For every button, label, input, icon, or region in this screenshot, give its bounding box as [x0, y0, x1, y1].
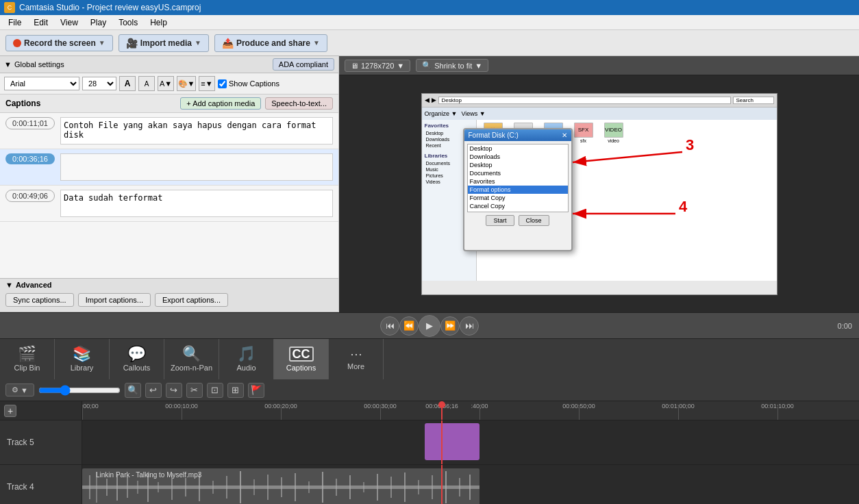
- svg-rect-25: [349, 475, 351, 499]
- timeline-settings-button[interactable]: ⚙ ▼: [5, 383, 34, 396]
- more-icon: ⋯: [350, 348, 362, 360]
- menu-tools[interactable]: Tools: [113, 16, 143, 29]
- track-header: +: [0, 401, 82, 420]
- menu-help[interactable]: Help: [145, 16, 173, 29]
- timecode-ruler: 00:00:00;00 00:00:10;00 00:00:20;00 00:0…: [82, 401, 859, 420]
- svg-rect-32: [445, 471, 447, 503]
- tab-captions[interactable]: CC Captions: [274, 339, 329, 379]
- add-marker-button[interactable]: 🚩: [248, 383, 264, 398]
- record-dropdown-arrow[interactable]: ▼: [99, 39, 105, 47]
- audio-track-label: Linkin Park - Talking to Myself.mp3: [96, 471, 201, 479]
- bold-button[interactable]: A: [119, 76, 136, 91]
- redo-button[interactable]: ↪: [166, 383, 182, 398]
- show-captions-checkbox-area[interactable]: Show Captions: [218, 79, 279, 88]
- ada-compliant-button[interactable]: ADA compliant: [273, 58, 334, 71]
- align-button[interactable]: ≡▼: [199, 76, 215, 91]
- track5-row[interactable]: [82, 420, 859, 465]
- dialog-close-icon[interactable]: ✕: [562, 131, 567, 139]
- tab-callouts[interactable]: 💬 Callouts: [110, 339, 164, 379]
- caption-text-1[interactable]: Contoh File yang akan saya hapus dengan …: [60, 117, 333, 144]
- menu-edit[interactable]: Edit: [28, 16, 53, 29]
- text-color-button[interactable]: A▼: [158, 76, 174, 91]
- svg-rect-17: [240, 471, 241, 503]
- snap-button[interactable]: ⊞: [227, 383, 244, 398]
- speech-to-text-button[interactable]: Speech-to-text...: [265, 97, 333, 110]
- add-caption-button[interactable]: + Add caption media: [180, 97, 261, 110]
- font-size-select[interactable]: 28: [82, 77, 116, 90]
- highlight-color-button[interactable]: 🎨▼: [177, 76, 196, 91]
- export-captions-button[interactable]: Export captions...: [155, 293, 228, 307]
- menu-bar: File Edit View Play Tools Help: [0, 15, 859, 30]
- menu-play[interactable]: Play: [85, 16, 112, 29]
- skip-forward-button[interactable]: ⏭: [460, 316, 479, 336]
- dialog-item-2[interactable]: Downloads: [468, 153, 568, 161]
- tab-library[interactable]: 📚 Library: [55, 339, 110, 379]
- track4-row[interactable]: Linkin Park - Talking to Myself.mp3: [82, 465, 859, 504]
- svg-rect-29: [404, 473, 406, 502]
- play-button[interactable]: ▶: [419, 315, 440, 337]
- zoom-label: Zoom-n-Pan: [171, 364, 212, 372]
- import-dropdown-arrow[interactable]: ▼: [195, 39, 201, 47]
- tab-zoom-n-pan[interactable]: 🔍 Zoom-n-Pan: [164, 339, 219, 379]
- purple-clip[interactable]: [425, 423, 480, 460]
- dialog-list[interactable]: Desktop Downloads Desktop Documents Favo…: [467, 144, 569, 212]
- menu-view[interactable]: View: [55, 16, 84, 29]
- menu-file[interactable]: File: [3, 16, 27, 29]
- font-family-select[interactable]: Arial: [4, 77, 79, 90]
- zoom-in-button[interactable]: 🔍: [125, 383, 141, 398]
- caption-list: 0:00:11;01 Contoh File yang akan saya ha…: [0, 113, 338, 278]
- preview-screenshot: ◀ ▶ Desktop Search Organize ▼ Views ▼ Fa…: [421, 93, 777, 295]
- dialog-body: Desktop Downloads Desktop Documents Favo…: [464, 141, 571, 229]
- show-captions-checkbox[interactable]: [218, 79, 227, 88]
- svg-rect-31: [432, 475, 433, 499]
- ruler-tick-4: [480, 405, 480, 420]
- sync-captions-button[interactable]: Sync captions...: [5, 293, 74, 307]
- ruler-tick-3: [380, 405, 381, 420]
- italic-button[interactable]: A: [138, 76, 155, 91]
- dialog-close-button[interactable]: Close: [519, 215, 549, 226]
- zoom-slider[interactable]: [38, 385, 121, 396]
- add-track-button[interactable]: +: [4, 405, 16, 417]
- dialog-item-1[interactable]: Desktop: [468, 144, 568, 153]
- caption-item-3[interactable]: 0:00:49;06 Data sudah terformat: [0, 186, 338, 222]
- tab-clip-bin[interactable]: 🎬 Clip Bin: [0, 339, 55, 379]
- audio-clip[interactable]: Linkin Park - Talking to Myself.mp3: [82, 468, 480, 504]
- dialog-start-button[interactable]: Start: [486, 215, 514, 226]
- produce-dropdown-arrow[interactable]: ▼: [313, 39, 320, 47]
- caption-text-3[interactable]: Data sudah terformat: [60, 190, 333, 217]
- global-settings-label[interactable]: ▼ Global settings: [4, 60, 64, 68]
- resolution-button[interactable]: 🖥 1278x720 ▼: [345, 60, 410, 72]
- import-captions-button[interactable]: Import captions...: [78, 293, 151, 307]
- tracks-area[interactable]: 00:00:00;00 00:00:10;00 00:00:20;00 00:0…: [82, 401, 859, 504]
- produce-button[interactable]: 📤 Produce and share ▼: [214, 34, 327, 52]
- tab-audio[interactable]: 🎵 Audio: [219, 339, 274, 379]
- skip-back-button[interactable]: ⏮: [380, 316, 399, 336]
- time-display: 0:00: [838, 322, 852, 330]
- library-icon: 📚: [73, 346, 91, 362]
- tab-more[interactable]: ⋯ More: [329, 339, 384, 379]
- split-button[interactable]: ⊡: [207, 383, 223, 398]
- dialog-item-3[interactable]: Desktop: [468, 161, 568, 169]
- caption-text-2[interactable]: [60, 153, 333, 181]
- fast-forward-button[interactable]: ⏩: [440, 316, 460, 336]
- clip-bin-icon: 🎬: [18, 346, 36, 362]
- cut-button[interactable]: ✂: [186, 383, 203, 398]
- import-button[interactable]: 🎥 Import media ▼: [119, 34, 209, 52]
- dialog-item-7[interactable]: Format Copy: [468, 194, 568, 202]
- caption-item-1[interactable]: 0:00:11;01 Contoh File yang akan saya ha…: [0, 113, 338, 149]
- dialog-item-6[interactable]: Format options: [468, 186, 568, 194]
- ruler-tick-6: [678, 405, 679, 420]
- screen-icon: 🖥: [351, 62, 358, 70]
- dialog-item-5[interactable]: Favorites: [468, 177, 568, 186]
- dialog-item-4[interactable]: Documents: [468, 169, 568, 177]
- shrink-to-fit-button[interactable]: 🔍 Shrink to fit ▼: [416, 59, 488, 72]
- caption-item-2[interactable]: 0:00:36;16: [0, 149, 338, 186]
- dialog-item-8[interactable]: Cancel Copy: [468, 202, 568, 210]
- advanced-header[interactable]: ▼ Advanced: [5, 281, 333, 289]
- svg-rect-16: [226, 476, 227, 499]
- rewind-button[interactable]: ⏪: [399, 316, 419, 336]
- record-button[interactable]: Record the screen ▼: [5, 35, 113, 51]
- undo-button[interactable]: ↩: [145, 383, 162, 398]
- timeline-section: ⚙ ▼ 🔍 ↩ ↪ ✂ ⊡ ⊞ 🚩 + Track 5 Track 4: [0, 379, 859, 504]
- svg-rect-30: [418, 480, 419, 494]
